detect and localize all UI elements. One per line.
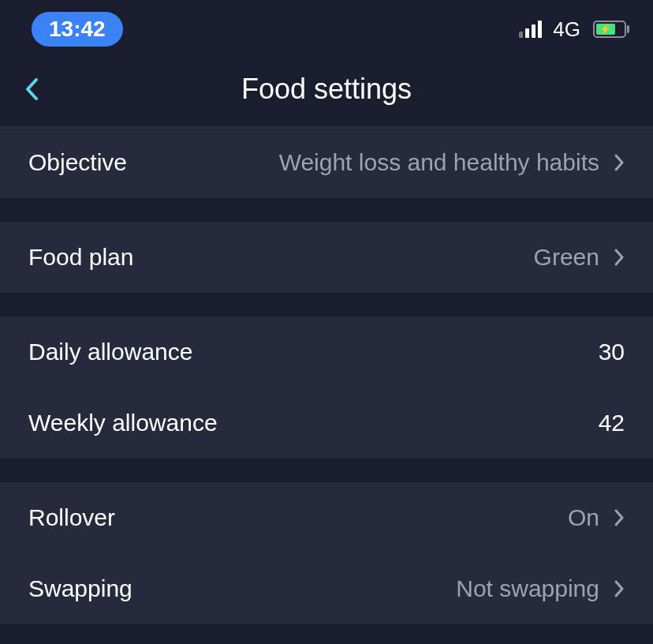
row-value: 42 xyxy=(599,410,625,436)
row-value-wrap: Green xyxy=(534,244,625,271)
section-food-plan: Food plan Green xyxy=(0,222,653,293)
section-objective: Objective Weight loss and healthy habits xyxy=(0,127,653,198)
row-daily-allowance: Daily allowance 30 xyxy=(0,316,653,388)
row-rollover[interactable]: Rollover On xyxy=(0,482,653,553)
chevron-right-icon xyxy=(614,248,625,267)
chevron-left-icon xyxy=(24,77,39,101)
section-allowances: Daily allowance 30 Weekly allowance 42 xyxy=(0,316,653,459)
row-value: Weight loss and healthy habits xyxy=(279,149,599,176)
row-value: Green xyxy=(534,244,599,271)
chevron-right-icon xyxy=(614,579,625,598)
row-food-plan[interactable]: Food plan Green xyxy=(0,222,653,293)
row-objective[interactable]: Objective Weight loss and healthy habits xyxy=(0,127,653,198)
back-button[interactable] xyxy=(16,73,47,105)
row-label: Daily allowance xyxy=(28,339,192,365)
row-weekly-allowance: Weekly allowance 42 xyxy=(0,388,653,459)
status-right: 4G ⚡ xyxy=(519,17,629,42)
page-title: Food settings xyxy=(16,73,637,106)
signal-icon xyxy=(519,21,542,38)
row-swapping[interactable]: Swapping Not swapping xyxy=(0,553,653,624)
chevron-right-icon xyxy=(614,153,625,172)
row-label: Objective xyxy=(28,149,127,176)
section-options: Rollover On Swapping Not swapping xyxy=(0,482,653,624)
row-value-wrap: On xyxy=(568,504,625,531)
row-label: Rollover xyxy=(28,504,115,531)
row-value: 30 xyxy=(599,339,625,365)
status-bar: 13:42 4G ⚡ xyxy=(0,0,653,62)
battery-icon: ⚡ xyxy=(593,21,629,38)
network-label: 4G xyxy=(553,17,580,42)
row-label: Food plan xyxy=(28,244,133,271)
time-badge: 13:42 xyxy=(32,12,123,47)
nav-header: Food settings xyxy=(0,62,653,127)
chevron-right-icon xyxy=(614,508,625,527)
row-value-wrap: Weight loss and healthy habits xyxy=(279,149,625,176)
row-value-wrap: Not swapping xyxy=(456,575,625,602)
row-value: On xyxy=(568,504,599,531)
row-label: Swapping xyxy=(28,575,132,602)
row-label: Weekly allowance xyxy=(28,410,218,436)
row-value: Not swapping xyxy=(456,575,599,602)
